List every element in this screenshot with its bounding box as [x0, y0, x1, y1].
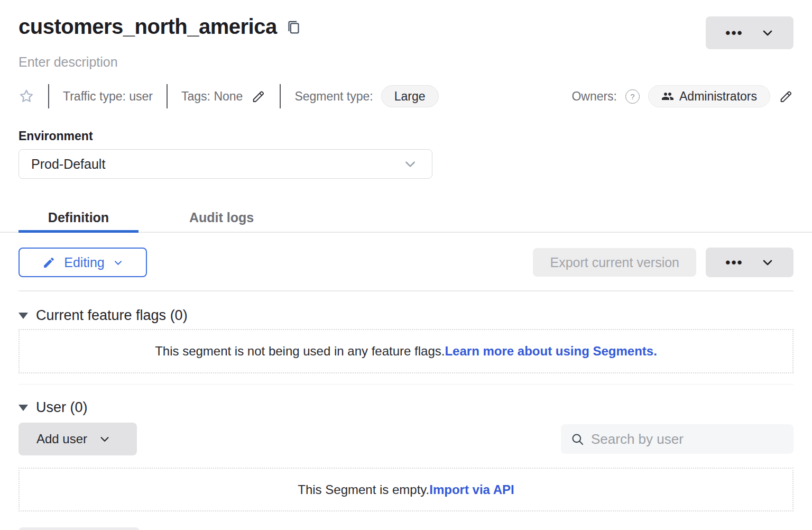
definition-toolbar: Editing Export current version •••: [19, 248, 793, 277]
description-field[interactable]: Enter description: [19, 54, 793, 70]
header-more-menu-button[interactable]: •••: [706, 16, 793, 49]
user-empty-text: This Segment is empty.: [298, 482, 429, 497]
feature-flags-section-header[interactable]: Current feature flags (0): [19, 307, 793, 324]
editing-mode-button[interactable]: Editing: [19, 248, 147, 277]
header: customers_north_america ••• Enter descri…: [19, 0, 793, 109]
ellipsis-icon: •••: [725, 26, 743, 40]
title-row: customers_north_america: [19, 0, 793, 39]
chevron-down-icon: [761, 256, 774, 269]
meta-divider: [280, 84, 281, 108]
search-icon: [570, 432, 585, 446]
user-empty-state: This Segment is empty.Import via API: [19, 468, 793, 511]
favorite-star-icon[interactable]: [19, 88, 34, 104]
import-via-api-link[interactable]: Import via API: [429, 482, 514, 497]
environment-label: Environment: [19, 129, 793, 143]
toolbar-divider: [19, 290, 793, 291]
owners-badge-label: Administrators: [679, 89, 757, 104]
chevron-down-icon: [403, 157, 417, 171]
user-section-title: User (0): [36, 399, 88, 416]
add-user-button[interactable]: Add user: [19, 423, 137, 455]
meta-divider: [167, 84, 168, 108]
add-user-label: Add user: [36, 432, 87, 446]
traffic-type-label: Traffic type: user: [63, 89, 153, 104]
tab-bar: Definition Audit logs: [0, 203, 812, 233]
toolbar-more-menu-button[interactable]: •••: [706, 248, 793, 277]
copy-icon[interactable]: [287, 19, 301, 35]
export-current-version-button[interactable]: Export current version: [533, 248, 696, 277]
edit-owners-pencil-icon[interactable]: [779, 89, 793, 104]
ellipsis-icon: •••: [725, 255, 743, 269]
segment-type-badge: Large: [381, 85, 439, 107]
owners-label: Owners:: [571, 89, 617, 104]
environment-select[interactable]: Prod-Default: [19, 149, 432, 179]
owners-badge: Administrators: [648, 85, 770, 107]
owners-help-icon[interactable]: ?: [625, 89, 640, 104]
segment-type-label: Segment type:: [294, 89, 373, 104]
people-icon: [661, 90, 674, 103]
chevron-down-icon: [113, 258, 123, 268]
edit-tags-pencil-icon[interactable]: [251, 89, 266, 104]
pencil-icon: [42, 256, 56, 269]
feature-flags-section-title: Current feature flags (0): [36, 307, 188, 324]
environment-selected-value: Prod-Default: [31, 157, 105, 172]
page-title: customers_north_america: [19, 15, 277, 39]
caret-down-icon: [19, 405, 28, 411]
tags-label: Tags: None: [181, 89, 243, 104]
learn-more-link[interactable]: Learn more about using Segments.: [445, 344, 657, 359]
owners-group: Owners: ? Administrators: [571, 85, 793, 107]
chevron-down-icon: [99, 433, 110, 445]
feature-flags-empty-state: This segment is not being used in any fe…: [19, 329, 793, 373]
segment-detail-page: customers_north_america ••• Enter descri…: [0, 0, 812, 530]
feature-flags-empty-text: This segment is not being used in any fe…: [155, 344, 445, 359]
clipped-bottom-element: [19, 527, 140, 530]
chevron-down-icon: [761, 26, 774, 39]
search-by-user-input[interactable]: [591, 431, 784, 447]
section-divider: [19, 384, 793, 385]
meta-row: Traffic type: user Tags: None Segment ty…: [19, 84, 793, 109]
meta-divider: [48, 84, 49, 108]
caret-down-icon: [19, 313, 28, 319]
tab-definition[interactable]: Definition: [19, 203, 139, 232]
tab-audit-logs[interactable]: Audit logs: [169, 203, 274, 232]
editing-label: Editing: [64, 255, 104, 270]
user-controls-row: Add user: [19, 423, 793, 455]
search-box: [561, 424, 793, 454]
user-section-header[interactable]: User (0): [19, 399, 793, 416]
